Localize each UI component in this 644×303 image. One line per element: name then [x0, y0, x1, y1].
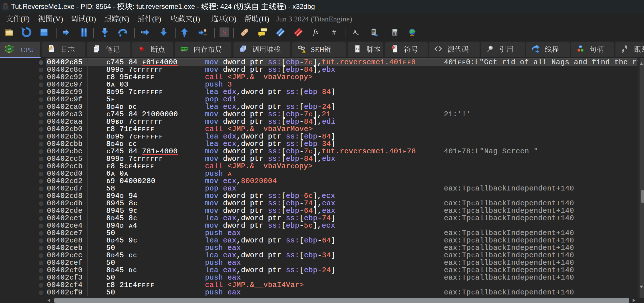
svg-text:32: 32 [4, 3, 7, 6]
svg-text:32: 32 [8, 47, 11, 51]
svg-text:A: A [353, 29, 357, 35]
svg-text:z: z [357, 31, 359, 35]
svg-text:fx: fx [313, 28, 319, 36]
svg-text:S: S [222, 29, 226, 36]
svg-text:#: # [332, 29, 336, 36]
